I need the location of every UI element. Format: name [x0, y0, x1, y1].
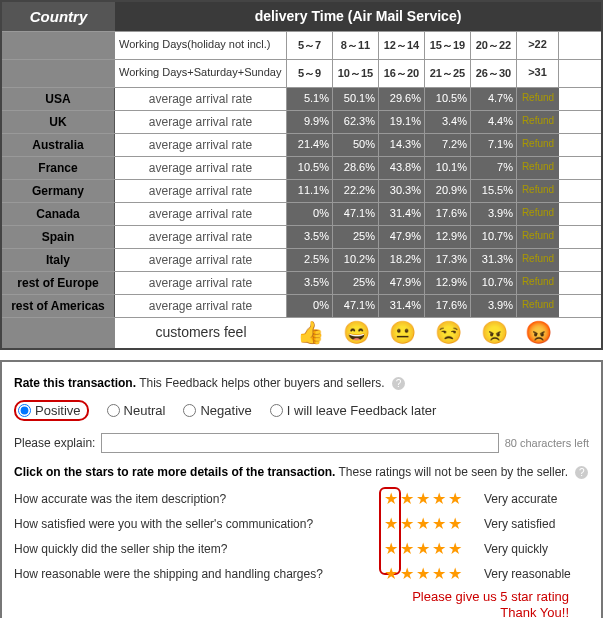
- feedback-form: Rate this transaction. This Feedback hel…: [0, 360, 603, 618]
- rate-value: 50.1%: [333, 88, 379, 110]
- star-row: How quickly did the seller ship the item…: [14, 539, 589, 558]
- country-cell: France: [2, 157, 115, 179]
- radio-positive[interactable]: Positive: [18, 403, 81, 418]
- country-cell: Canada: [2, 203, 115, 225]
- rate-value: 47.1%: [333, 295, 379, 317]
- rate-value: 43.8%: [379, 157, 425, 179]
- rate-value: 3.9%: [471, 203, 517, 225]
- rate-value: 10.7%: [471, 226, 517, 248]
- delivery-table: Country delivery Time (Air Mail Service)…: [0, 0, 603, 350]
- furious-icon: 😡: [517, 318, 559, 348]
- star-rating[interactable]: ★★★★★: [384, 489, 484, 508]
- rate-value: 17.6%: [425, 203, 471, 225]
- rate-label: average arrival rate: [115, 272, 287, 294]
- rate-value: 30.3%: [379, 180, 425, 202]
- country-cell: Australia: [2, 134, 115, 156]
- rate-value: 3.4%: [425, 111, 471, 133]
- refund-cell: Refund: [517, 203, 559, 225]
- table-row: Canadaaverage arrival rate0%47.1%31.4%17…: [2, 202, 601, 225]
- country-cell: USA: [2, 88, 115, 110]
- rate-label: average arrival rate: [115, 180, 287, 202]
- star-row: How accurate was the item description?★★…: [14, 489, 589, 508]
- header-country: Country: [2, 2, 115, 31]
- star-label: Very reasonable: [484, 567, 589, 581]
- star-question: How satisfied were you with the seller's…: [14, 517, 384, 531]
- rate-label: average arrival rate: [115, 203, 287, 225]
- radio-neutral[interactable]: Neutral: [107, 403, 166, 418]
- rate-value: 4.4%: [471, 111, 517, 133]
- rate-value: 21.4%: [287, 134, 333, 156]
- rate-value: 17.3%: [425, 249, 471, 271]
- rate-value: 22.2%: [333, 180, 379, 202]
- star-rating[interactable]: ★★★★★: [384, 564, 484, 583]
- feedback-title: Rate this transaction. This Feedback hel…: [14, 376, 589, 390]
- rate-value: 3.5%: [287, 272, 333, 294]
- rate-value: 3.9%: [471, 295, 517, 317]
- rate-value: 31.4%: [379, 203, 425, 225]
- help-icon[interactable]: ?: [392, 377, 405, 390]
- rate-value: 62.3%: [333, 111, 379, 133]
- rate-value: 20.9%: [425, 180, 471, 202]
- country-cell: Italy: [2, 249, 115, 271]
- rate-value: 10.1%: [425, 157, 471, 179]
- rate-value: 47.9%: [379, 226, 425, 248]
- refund-cell: Refund: [517, 157, 559, 179]
- rate-value: 14.3%: [379, 134, 425, 156]
- table-row: Germanyaverage arrival rate11.1%22.2%30.…: [2, 179, 601, 202]
- rate-label: average arrival rate: [115, 226, 287, 248]
- happy-icon: 😄: [333, 318, 379, 348]
- rate-label: average arrival rate: [115, 134, 287, 156]
- country-cell: rest of Americas: [2, 295, 115, 317]
- refund-cell: Refund: [517, 134, 559, 156]
- rate-value: 5.1%: [287, 88, 333, 110]
- angry-icon: 😠: [471, 318, 517, 348]
- rate-value: 4.7%: [471, 88, 517, 110]
- rate-value: 29.6%: [379, 88, 425, 110]
- star-rating[interactable]: ★★★★★: [384, 539, 484, 558]
- chars-left: 80 characters left: [505, 437, 589, 449]
- rate-value: 47.9%: [379, 272, 425, 294]
- explain-input[interactable]: [101, 433, 498, 453]
- country-cell: Spain: [2, 226, 115, 248]
- country-cell: rest of Europe: [2, 272, 115, 294]
- table-row: Franceaverage arrival rate10.5%28.6%43.8…: [2, 156, 601, 179]
- neutral-icon: 😐: [379, 318, 425, 348]
- rate-value: 0%: [287, 295, 333, 317]
- star-question: How reasonable were the shipping and han…: [14, 567, 384, 581]
- rate-label: average arrival rate: [115, 295, 287, 317]
- star-label: Very quickly: [484, 542, 589, 556]
- rate-value: 12.9%: [425, 226, 471, 248]
- refund-cell: Refund: [517, 295, 559, 317]
- table-row: UKaverage arrival rate9.9%62.3%19.1%3.4%…: [2, 110, 601, 133]
- refund-cell: Refund: [517, 180, 559, 202]
- rate-value: 25%: [333, 272, 379, 294]
- stars-title: Click on the stars to rate more details …: [14, 465, 589, 479]
- table-row: USAaverage arrival rate5.1%50.1%29.6%10.…: [2, 87, 601, 110]
- table-row: rest of Americasaverage arrival rate0%47…: [2, 294, 601, 317]
- please-rate-text: Please give us 5 star ratingThank You!!: [14, 589, 569, 618]
- header-delivery: delivery Time (Air Mail Service): [115, 2, 601, 31]
- rate-value: 10.5%: [287, 157, 333, 179]
- rate-value: 15.5%: [471, 180, 517, 202]
- rate-value: 25%: [333, 226, 379, 248]
- rate-value: 11.1%: [287, 180, 333, 202]
- rate-value: 17.6%: [425, 295, 471, 317]
- rate-label: average arrival rate: [115, 111, 287, 133]
- radio-later[interactable]: I will leave Feedback later: [270, 403, 437, 418]
- star-question: How accurate was the item description?: [14, 492, 384, 506]
- rate-value: 18.2%: [379, 249, 425, 271]
- radio-negative[interactable]: Negative: [183, 403, 251, 418]
- star-question: How quickly did the seller ship the item…: [14, 542, 384, 556]
- unhappy-icon: 😒: [425, 318, 471, 348]
- country-cell: UK: [2, 111, 115, 133]
- rate-value: 50%: [333, 134, 379, 156]
- rate-value: 12.9%: [425, 272, 471, 294]
- thumb-up-icon: 👍: [287, 318, 333, 348]
- refund-cell: Refund: [517, 226, 559, 248]
- refund-cell: Refund: [517, 111, 559, 133]
- help-icon[interactable]: ?: [575, 466, 588, 479]
- rate-value: 47.1%: [333, 203, 379, 225]
- star-rating[interactable]: ★★★★★: [384, 514, 484, 533]
- rate-value: 19.1%: [379, 111, 425, 133]
- table-row: Italyaverage arrival rate2.5%10.2%18.2%1…: [2, 248, 601, 271]
